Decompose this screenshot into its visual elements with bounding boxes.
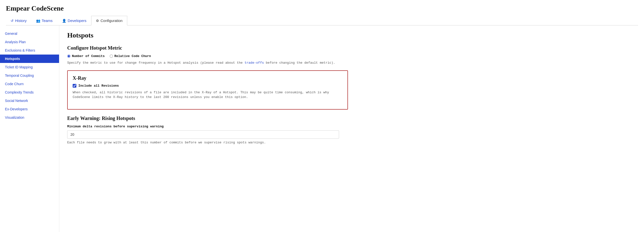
min-delta-revisions-input[interactable] bbox=[67, 130, 339, 139]
min-delta-helper-text: Each file needs to grow with at least th… bbox=[67, 141, 348, 144]
radio-number-of-commits-label: Number of Commits bbox=[72, 54, 105, 58]
tab-history[interactable]: ↺ History bbox=[6, 16, 32, 25]
radio-relative-code-churn-label: Relative Code Churn bbox=[114, 54, 151, 58]
radio-relative-code-churn[interactable]: Relative Code Churn bbox=[110, 54, 151, 58]
xray-box: X-Ray Include all Revisions When checked… bbox=[67, 70, 348, 110]
app-title: Empear CodeScene bbox=[6, 4, 638, 12]
app-header: Empear CodeScene ↺ History 👥 Teams 👤 Dev… bbox=[0, 0, 644, 25]
configure-description-pre: Specify the metric to use for change fre… bbox=[67, 61, 245, 65]
sidebar-item-social-network[interactable]: Social Network bbox=[0, 96, 59, 105]
sidebar-item-general[interactable]: General bbox=[0, 29, 59, 38]
teams-icon: 👥 bbox=[36, 19, 40, 23]
sidebar-item-hotspots[interactable]: Hotspots bbox=[0, 54, 59, 63]
trade-offs-link[interactable]: trade-offs bbox=[245, 61, 264, 65]
include-all-revisions-checkbox[interactable] bbox=[73, 84, 76, 88]
tab-teams-label: Teams bbox=[42, 18, 53, 23]
sidebar-item-analysis-plan[interactable]: Analysis Plan bbox=[0, 38, 59, 46]
sidebar-item-ticket-id-mapping[interactable]: Ticket ID Mapping bbox=[0, 63, 59, 71]
sidebar-item-ex-developers[interactable]: Ex-Developers bbox=[0, 105, 59, 113]
include-all-revisions-text: Include all Revisions bbox=[78, 84, 119, 88]
tab-configuration[interactable]: ⚙ Configuration bbox=[91, 16, 127, 25]
main-content: Hotspots Configure Hotspot Metric Number… bbox=[59, 25, 356, 232]
tab-history-label: History bbox=[15, 18, 27, 23]
tab-developers[interactable]: 👤 Developers bbox=[57, 16, 91, 25]
xray-title: X-Ray bbox=[73, 75, 342, 81]
include-all-revisions-label[interactable]: Include all Revisions bbox=[73, 84, 342, 88]
configure-description: Specify the metric to use for change fre… bbox=[67, 60, 348, 65]
sidebar-item-visualization[interactable]: Visualization bbox=[0, 113, 59, 122]
early-warning-title: Early Warning: Rising Hotspots bbox=[67, 116, 348, 121]
metric-radio-group: Number of Commits Relative Code Churn bbox=[67, 54, 348, 58]
radio-relative-code-churn-input[interactable] bbox=[110, 54, 113, 58]
sidebar-item-code-churn[interactable]: Code Churn bbox=[0, 80, 59, 88]
configure-description-post: before changing the default metric). bbox=[264, 61, 335, 65]
tab-teams[interactable]: 👥 Teams bbox=[32, 16, 57, 25]
radio-number-of-commits[interactable]: Number of Commits bbox=[67, 54, 105, 58]
sidebar-item-exclusions-filters[interactable]: Exclusions & Filters bbox=[0, 46, 59, 54]
configure-section: Configure Hotspot Metric Number of Commi… bbox=[67, 45, 348, 65]
layout: General Analysis Plan Exclusions & Filte… bbox=[0, 25, 644, 232]
configure-section-title: Configure Hotspot Metric bbox=[67, 45, 348, 51]
configuration-icon: ⚙ bbox=[96, 19, 99, 23]
page-title: Hotspots bbox=[67, 31, 348, 39]
developers-icon: 👤 bbox=[62, 19, 66, 23]
sidebar-item-complexity-trends[interactable]: Complexity Trends bbox=[0, 88, 59, 96]
history-icon: ↺ bbox=[11, 19, 14, 23]
tab-configuration-label: Configuration bbox=[100, 18, 122, 23]
radio-number-of-commits-input[interactable] bbox=[67, 54, 70, 58]
field-label-min-delta: Minimum delta revisions before supervisi… bbox=[67, 125, 348, 128]
tab-developers-label: Developers bbox=[68, 18, 86, 23]
sidebar-item-temporal-coupling[interactable]: Temporal Coupling bbox=[0, 71, 59, 80]
sidebar: General Analysis Plan Exclusions & Filte… bbox=[0, 25, 59, 232]
nav-tabs: ↺ History 👥 Teams 👤 Developers ⚙ Configu… bbox=[6, 16, 638, 25]
early-warning-section: Early Warning: Rising Hotspots Minimum d… bbox=[67, 116, 348, 144]
xray-description: When checked, all historic revisions of … bbox=[73, 90, 342, 100]
